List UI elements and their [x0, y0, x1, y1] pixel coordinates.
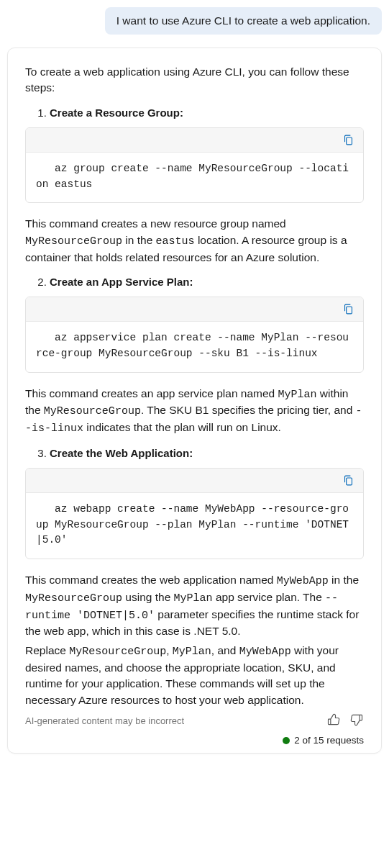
assistant-response-card: To create a web application using Azure …	[7, 48, 382, 754]
code-block-1: az group create --name MyResourceGroup -…	[25, 127, 364, 204]
code-header	[26, 297, 363, 322]
code-block-3: az webapp create --name MyWebApp --resou…	[25, 468, 364, 559]
copy-icon[interactable]	[340, 132, 356, 148]
text: . The SKU B1 specifies the pricing tier,…	[141, 404, 356, 416]
explain-2: This command creates an app service plan…	[25, 386, 364, 437]
response-footer: AI-generated content may be incorrect	[25, 713, 364, 729]
inline-code: MyResourceGroup	[44, 405, 141, 417]
text: in the	[329, 574, 359, 586]
chat-container: I want to use Azure CLI to create a web …	[0, 0, 389, 754]
code-content: az webapp create --name MyWebApp --resou…	[26, 493, 363, 559]
step-1: Create a Resource Group:	[50, 107, 364, 119]
inline-code: MyWebApp	[239, 646, 291, 658]
code-content: az appservice plan create --name MyPlan …	[26, 322, 363, 372]
step-3: Create the Web Application:	[50, 447, 364, 459]
inline-code: MyResourceGroup	[69, 646, 166, 658]
text: using the	[122, 591, 174, 603]
status-row: 2 of 15 requests	[25, 735, 364, 746]
request-counter: 2 of 15 requests	[294, 735, 364, 746]
inline-code: MyWebApp	[277, 575, 329, 587]
inline-code: MyPlan	[278, 389, 317, 401]
code-content: az group create --name MyResourceGroup -…	[26, 153, 363, 203]
text: Replace	[25, 644, 69, 656]
inline-code: MyPlan	[173, 646, 211, 658]
intro-text: To create a web application using Azure …	[25, 64, 364, 96]
inline-code: MyPlan	[174, 592, 213, 605]
svg-rect-2	[346, 478, 352, 485]
svg-rect-0	[346, 137, 352, 145]
step-title: Create an App Service Plan:	[50, 276, 193, 288]
code-header	[26, 128, 363, 153]
svg-rect-1	[346, 307, 352, 314]
explain-1: This command creates a new resource grou…	[25, 216, 364, 266]
text: ,	[166, 644, 173, 656]
inline-code: MyResourceGroup	[25, 592, 122, 605]
status-dot-icon	[283, 737, 290, 744]
user-message: I want to use Azure CLI to create a web …	[105, 7, 382, 35]
text: This command creates the web application…	[25, 574, 277, 586]
step-title: Create a Resource Group:	[50, 107, 183, 119]
response-body: To create a web application using Azure …	[25, 64, 364, 708]
disclaimer-text: AI-generated content may be incorrect	[25, 715, 184, 726]
step-title: Create the Web Application:	[50, 447, 193, 459]
copy-icon[interactable]	[340, 302, 356, 317]
closing-text: Replace MyResourceGroup, MyPlan, and MyW…	[25, 643, 364, 708]
text: This command creates an app service plan…	[25, 387, 278, 399]
text: This command creates a new resource grou…	[25, 217, 286, 230]
text: indicates that the plan will run on Linu…	[83, 421, 281, 433]
text: in the	[122, 234, 156, 246]
text: , and	[211, 644, 239, 656]
text: app service plan. The	[213, 591, 326, 603]
explain-3: This command creates the web application…	[25, 572, 364, 640]
inline-code: eastus	[156, 235, 195, 248]
copy-icon[interactable]	[340, 472, 356, 488]
thumbs-up-icon[interactable]	[326, 713, 341, 729]
code-header	[26, 469, 363, 493]
user-message-row: I want to use Azure CLI to create a web …	[7, 7, 382, 35]
feedback-icons	[326, 713, 364, 729]
thumbs-down-icon[interactable]	[349, 713, 364, 729]
step-2: Create an App Service Plan:	[50, 276, 364, 288]
inline-code: MyResourceGroup	[25, 235, 122, 248]
code-block-2: az appservice plan create --name MyPlan …	[25, 297, 364, 373]
